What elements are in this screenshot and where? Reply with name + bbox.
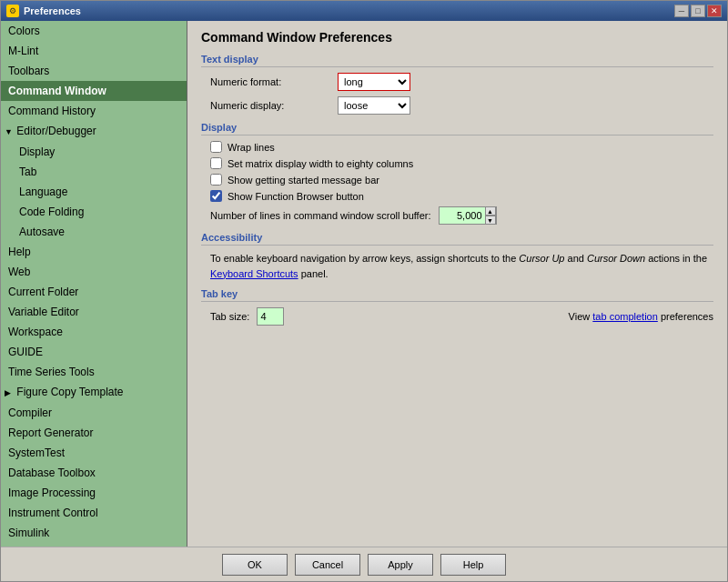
numeric-format-select-wrapper: long short short e long e bank	[338, 73, 410, 91]
display-section-header: Display	[201, 122, 713, 135]
numeric-display-row: Numeric display: loose compact	[201, 96, 713, 115]
main-panel: Command Window Preferences Text display …	[187, 21, 727, 547]
cancel-button[interactable]: Cancel	[295, 554, 360, 576]
show-getting-started-row: Show getting started message bar	[201, 174, 713, 186]
sidebar-item-instrument-control[interactable]: Instrument Control	[1, 503, 187, 523]
sidebar-item-web[interactable]: Web	[1, 262, 187, 282]
help-button[interactable]: Help	[440, 554, 506, 576]
show-getting-started-label[interactable]: Show getting started message bar	[228, 175, 379, 186]
preferences-window: ⚙ Preferences ─ □ ✕ Colors M-Lint Toolba…	[0, 0, 728, 582]
scroll-buffer-buttons: ▲ ▼	[485, 206, 496, 225]
accessibility-text-3: actions in the	[645, 253, 707, 264]
sidebar-item-systemtest[interactable]: SystemTest	[1, 443, 187, 463]
ok-button[interactable]: OK	[222, 554, 288, 576]
close-button[interactable]: ✕	[707, 5, 722, 17]
scroll-buffer-input[interactable]	[440, 210, 485, 221]
maximize-button[interactable]: □	[691, 5, 705, 17]
scroll-buffer-row: Number of lines in command window scroll…	[201, 206, 713, 225]
show-function-browser-row: Show Function Browser button	[201, 190, 713, 202]
preferences-label: preferences	[658, 311, 713, 322]
sidebar-item-tab[interactable]: Tab	[1, 162, 187, 182]
sidebar-item-report-generator[interactable]: Report Generator	[1, 423, 187, 443]
tab-completion-link[interactable]: tab completion	[592, 311, 658, 322]
tab-key-section-header: Tab key	[201, 288, 713, 302]
numeric-format-row: Numeric format: long short short e long …	[201, 73, 713, 91]
window-controls: ─ □ ✕	[674, 5, 722, 17]
sidebar-item-display[interactable]: Display	[1, 142, 187, 162]
bottom-bar: OK Cancel Apply Help	[1, 547, 727, 581]
wrap-lines-label[interactable]: Wrap lines	[228, 142, 275, 153]
sidebar-item-command-history[interactable]: Command History	[1, 101, 187, 121]
sidebar-item-variable-editor[interactable]: Variable Editor	[1, 302, 187, 322]
numeric-display-label: Numeric display:	[210, 100, 338, 111]
sidebar-item-figure-copy-template[interactable]: ▶ Figure Copy Template	[1, 382, 187, 403]
wrap-lines-row: Wrap lines	[201, 141, 713, 153]
numeric-display-select[interactable]: loose compact	[338, 96, 410, 115]
apply-button[interactable]: Apply	[368, 554, 433, 576]
sidebar-item-time-series-tools[interactable]: Time Series Tools	[1, 362, 187, 382]
wrap-lines-checkbox[interactable]	[210, 141, 222, 153]
sidebar-item-workspace[interactable]: Workspace	[1, 322, 187, 342]
app-icon: ⚙	[6, 5, 19, 17]
cursor-down-text: Cursor Down	[587, 253, 645, 264]
accessibility-text: To enable keyboard navigation by arrow k…	[201, 251, 713, 281]
sidebar-item-guide[interactable]: GUIDE	[1, 342, 187, 362]
tab-key-row: Tab size: View tab completion preference…	[201, 307, 713, 326]
accessibility-section-header: Accessibility	[201, 232, 713, 246]
show-function-browser-label[interactable]: Show Function Browser button	[228, 191, 364, 202]
minimize-button[interactable]: ─	[674, 5, 689, 17]
sidebar-item-colors[interactable]: Colors	[1, 21, 187, 41]
cursor-up-text: Cursor Up	[519, 253, 564, 264]
sidebar-item-mlint[interactable]: M-Lint	[1, 41, 187, 61]
text-display-section-header: Text display	[201, 54, 713, 67]
set-matrix-label[interactable]: Set matrix display width to eighty colum…	[228, 158, 413, 169]
set-matrix-row: Set matrix display width to eighty colum…	[201, 157, 713, 169]
sidebar-item-editor-debugger[interactable]: ▼ Editor/Debugger	[1, 121, 187, 142]
title-bar: ⚙ Preferences ─ □ ✕	[1, 1, 727, 21]
sidebar-item-current-folder[interactable]: Current Folder	[1, 282, 187, 302]
scroll-buffer-label: Number of lines in command window scroll…	[210, 210, 431, 221]
sidebar-item-code-folding[interactable]: Code Folding	[1, 202, 187, 222]
numeric-format-select[interactable]: long short short e long e bank	[338, 73, 410, 91]
window-title: Preferences	[24, 5, 674, 16]
expand-arrow-icon: ▶	[5, 385, 14, 401]
expand-arrow-icon: ▼	[5, 124, 14, 140]
sidebar-item-simulink[interactable]: Simulink	[1, 523, 187, 543]
numeric-format-label: Numeric format:	[210, 76, 338, 87]
panel-title: Command Window Preferences	[201, 30, 713, 45]
view-label: View	[569, 311, 593, 322]
sidebar-item-database-toolbox[interactable]: Database Toolbox	[1, 463, 187, 483]
sidebar: Colors M-Lint Toolbars Command Window Co…	[1, 21, 187, 547]
scroll-buffer-decrement-button[interactable]: ▼	[485, 216, 496, 225]
sidebar-item-compiler[interactable]: Compiler	[1, 403, 187, 423]
sidebar-item-image-processing[interactable]: Image Processing	[1, 483, 187, 503]
content-area: Colors M-Lint Toolbars Command Window Co…	[1, 21, 727, 547]
accessibility-text-1: To enable keyboard navigation by arrow k…	[210, 253, 519, 264]
keyboard-shortcuts-link[interactable]: Keyboard Shortcuts	[210, 268, 298, 279]
sidebar-item-toolbars[interactable]: Toolbars	[1, 61, 187, 81]
scroll-buffer-spinbox: ▲ ▼	[439, 206, 497, 225]
accessibility-text-2: and	[564, 253, 586, 264]
accessibility-text-4: panel.	[298, 268, 329, 279]
show-getting-started-checkbox[interactable]	[210, 174, 222, 186]
sidebar-item-command-window[interactable]: Command Window	[1, 81, 187, 101]
show-function-browser-checkbox[interactable]	[210, 190, 222, 202]
sidebar-item-autosave[interactable]: Autosave	[1, 222, 187, 242]
tab-size-label: Tab size:	[210, 311, 249, 322]
tab-size-input[interactable]	[257, 307, 284, 326]
scroll-buffer-increment-button[interactable]: ▲	[485, 206, 496, 216]
tab-completion-area: View tab completion preferences	[569, 311, 713, 322]
sidebar-item-language[interactable]: Language	[1, 182, 187, 202]
numeric-display-select-wrapper: loose compact	[338, 96, 410, 115]
sidebar-item-help[interactable]: Help	[1, 242, 187, 262]
set-matrix-checkbox[interactable]	[210, 157, 222, 169]
